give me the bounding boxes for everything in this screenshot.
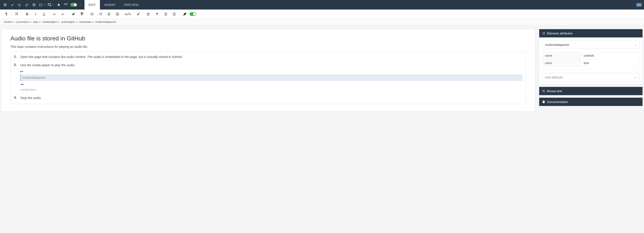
crumb-procedure[interactable]: procedure: [16, 20, 29, 23]
element-attributes-header[interactable]: Element attributes: [539, 29, 642, 37]
edit-pencil-button[interactable]: [134, 10, 142, 18]
attr-value[interactable]: controls: [581, 52, 639, 59]
chevron-down-icon: ⌄: [634, 43, 637, 46]
subscript-button[interactable]: x2: [59, 10, 67, 18]
step-2[interactable]: 2. Use the media player to play the audi…: [14, 63, 522, 92]
close-tag-marker-icon: ◂◂: [20, 82, 522, 86]
svg-point-4: [90, 14, 91, 14]
viewport-button[interactable]: ▾: [38, 1, 46, 8]
svg-rect-7: [92, 15, 94, 15]
attr-row[interactable]: name controls: [542, 52, 639, 59]
crumb-section[interactable]: section: [4, 20, 12, 23]
attr-row[interactable]: value true: [542, 59, 639, 67]
svg-line-22: [149, 14, 150, 15]
editor-pane[interactable]: Audio file is stored in GitHub This topi…: [1, 29, 535, 111]
svg-point-2: [90, 13, 91, 13]
tab-edit[interactable]: EDIT: [84, 0, 100, 9]
align-button[interactable]: [105, 10, 113, 18]
tab-preview[interactable]: PREVIEW: [120, 0, 143, 9]
author-mode-toggle[interactable]: [190, 12, 196, 16]
panel-title: Element attributes: [547, 31, 573, 35]
panel-title: Documentation: [547, 100, 568, 104]
comments-button[interactable]: ▾: [46, 1, 55, 8]
chevron-down-icon: ▾: [44, 4, 45, 6]
spellcheck-toggle[interactable]: ABC ▾: [62, 1, 82, 8]
indent-button[interactable]: [170, 10, 178, 18]
svg-rect-17: [108, 15, 110, 15]
check-button[interactable]: [9, 1, 16, 8]
procedure-block: 1. Open the page that contains the audio…: [10, 51, 526, 104]
side-panel: Element attributes multimediaparam ⌄ nam…: [539, 29, 643, 111]
multimediaparam-field[interactable]: multimediaparam: [20, 74, 522, 81]
crumb-audiodata[interactable]: audiodata: [79, 20, 91, 23]
step-text[interactable]: Stop the audio.: [20, 96, 522, 100]
svg-rect-37: [544, 33, 545, 33]
doc-title[interactable]: Audio file is stored in GitHub: [10, 35, 526, 42]
step-text[interactable]: Open the page that contains the audio co…: [20, 54, 522, 59]
step-3[interactable]: 3. Stop the audio.: [14, 96, 522, 100]
crumb-audioobject[interactable]: audioobject: [61, 20, 75, 23]
doc-intro[interactable]: This topic contains instructions for pla…: [10, 45, 526, 48]
mediaobject-label: mediaobject: [20, 88, 522, 92]
svg-rect-18: [116, 13, 118, 15]
chevron-down-icon: ▾: [80, 4, 81, 6]
toggle-switch[interactable]: [70, 3, 77, 6]
cut-button[interactable]: [144, 10, 153, 18]
attr-value[interactable]: true: [581, 59, 639, 67]
documentation-header[interactable]: Documentation: [539, 98, 642, 106]
breadcrumb-sep-icon: ▶: [40, 21, 41, 23]
panel-title: Reuse text: [547, 89, 562, 93]
svg-rect-32: [173, 15, 176, 15]
svg-rect-11: [100, 14, 102, 14]
svg-point-0: [34, 4, 34, 5]
redo-button[interactable]: [23, 1, 30, 8]
crumb-mediaobject[interactable]: mediaobject: [42, 20, 57, 23]
svg-rect-38: [542, 34, 543, 34]
breadcrumb: section ▶ procedure ▶ step ▶ mediaobject…: [0, 19, 644, 25]
attribute-table: name controls value true: [542, 52, 640, 67]
list-icon: [542, 32, 545, 35]
paragraph-mark-button[interactable]: ¶: [2, 10, 10, 18]
underline-button[interactable]: U: [40, 10, 48, 18]
reuse-text-header[interactable]: Reuse text: [539, 87, 642, 95]
quill-button[interactable]: [180, 10, 189, 18]
checklist-button[interactable]: [113, 10, 122, 18]
step-number: 1.: [14, 54, 20, 59]
settings-button[interactable]: [30, 1, 37, 8]
heading-button[interactable]: H: [12, 10, 21, 18]
svg-point-6: [90, 14, 91, 15]
add-attribute-select[interactable]: Add attribute ⌄: [542, 73, 640, 81]
element-select[interactable]: multimediaparam ⌄: [542, 40, 640, 49]
svg-rect-3: [92, 13, 94, 13]
crumb-step[interactable]: step: [33, 20, 38, 23]
italic-button[interactable]: I: [31, 10, 40, 18]
svg-rect-13: [100, 14, 102, 15]
outdent-button[interactable]: [161, 10, 170, 18]
save-button[interactable]: [2, 1, 8, 8]
svg-marker-28: [164, 13, 165, 14]
step-text[interactable]: Use the media player to play the audio.: [20, 63, 522, 67]
numbered-list-button[interactable]: 123: [96, 10, 105, 18]
undo-button[interactable]: [16, 1, 23, 8]
superscript-button[interactable]: x2: [50, 10, 59, 18]
notifications-button[interactable]: [55, 1, 62, 8]
svg-rect-36: [542, 33, 543, 33]
chevron-down-icon: ⌄: [634, 75, 637, 79]
attr-key: value: [542, 59, 581, 67]
eraser-button[interactable]: [69, 10, 78, 18]
language-badge[interactable]: EN: [636, 3, 642, 7]
reuse-text-panel: Reuse text: [539, 87, 643, 95]
top-toolbar: ▾ ▾ ABC ▾ EDIT INSERT PREVIEW EN: [0, 0, 644, 9]
svg-rect-39: [544, 34, 545, 34]
bullet-list-button[interactable]: [88, 10, 96, 18]
step-1[interactable]: 1. Open the page that contains the audio…: [14, 54, 522, 59]
code-button[interactable]: </>: [124, 10, 132, 18]
svg-point-40: [542, 90, 544, 92]
crumb-multimediaparam[interactable]: multimediaparam: [95, 20, 116, 23]
bold-button[interactable]: B: [23, 10, 31, 18]
svg-marker-33: [173, 13, 174, 14]
book-icon: [542, 100, 545, 103]
format-painter-button[interactable]: [78, 10, 86, 18]
pin-button[interactable]: [153, 10, 161, 18]
tab-insert[interactable]: INSERT: [100, 0, 120, 9]
